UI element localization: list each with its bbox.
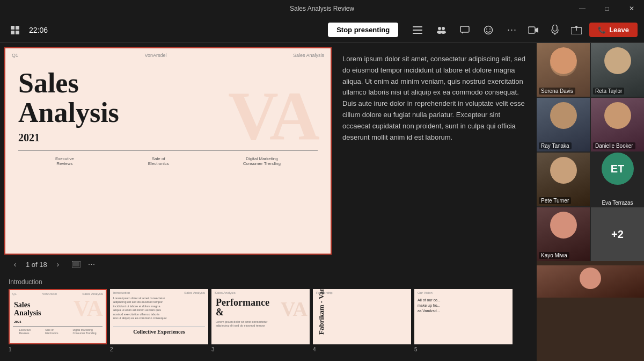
- thumb5-header: Our Vision: [414, 289, 513, 295]
- eva-initials: ET: [611, 163, 625, 175]
- svg-rect-4: [413, 26, 422, 27]
- participant-tile-kayo: Kayo Miwa: [537, 207, 590, 261]
- thumb1-watermark: VA: [74, 295, 103, 321]
- participant-name-kayo: Kayo Miwa: [539, 252, 569, 259]
- eva-avatar: ET: [602, 153, 634, 185]
- thumbnail-4[interactable]: Partnership Fabrikam - VanArsdel 4: [313, 289, 411, 352]
- thumb3-watermark: VA: [281, 297, 308, 321]
- thumb-box-1[interactable]: Q1VonArsdelSales Analysis SalesAnalysis …: [9, 289, 107, 344]
- thumbnail-5[interactable]: Our Vision All of our co...make up ho...…: [414, 289, 513, 352]
- participant-name-serena: Serena Davis: [539, 88, 575, 95]
- notes-text: Lorem ipsum dolor sit amet, consectetur …: [342, 54, 526, 143]
- more-participants-count: +2: [611, 228, 624, 241]
- section-label: Introduction: [9, 278, 528, 286]
- stop-presenting-button[interactable]: Stop presenting: [328, 23, 398, 37]
- participant-tile-ray: Ray Tanaka: [537, 98, 590, 151]
- slide-logo: VonArsdel: [144, 53, 166, 58]
- main-content: Q1 VonArsdel Sales Analysis Sales Analys…: [0, 43, 644, 361]
- svg-point-14: [489, 28, 491, 30]
- slide-footer-item-2: Sale of Electronics: [148, 156, 169, 166]
- next-page-button[interactable]: ›: [52, 258, 64, 271]
- thumb-box-2[interactable]: IntroductionSales Analysis Lorem ipsum d…: [110, 289, 208, 344]
- people-icon[interactable]: [433, 21, 450, 39]
- participants-list-icon[interactable]: [409, 21, 426, 39]
- more-options-icon[interactable]: ···: [503, 21, 521, 39]
- svg-point-13: [486, 28, 487, 30]
- svg-rect-16: [553, 25, 557, 31]
- thumbnail-3[interactable]: Sales Analysis Performance& Lorem ipsum …: [211, 289, 310, 352]
- thumb-box-4[interactable]: Partnership Fabrikam - VanArsdel: [313, 289, 411, 344]
- reactions-icon[interactable]: [480, 21, 497, 39]
- participant-name-pete: Pete Turner: [539, 197, 571, 204]
- participants-panel: Serena Davis Reta Taylor Ray Tanaka: [537, 43, 644, 361]
- microphone-icon[interactable]: [546, 21, 564, 39]
- slide-title-line2: Analysis: [18, 98, 318, 128]
- toolbar-icons: ···: [409, 21, 521, 39]
- leave-label: Leave: [609, 26, 629, 34]
- thumbnail-2[interactable]: IntroductionSales Analysis Lorem ipsum d…: [110, 289, 208, 352]
- participant-tile-serena: Serena Davis: [537, 43, 590, 97]
- thumbnails-row: Q1VonArsdelSales Analysis SalesAnalysis …: [9, 289, 528, 352]
- thumbnails-section: Introduction Q1VonArsdelSales Analysis S…: [4, 274, 532, 357]
- slide-footer-item-3: Digital Marketing Consumer Trending: [243, 156, 281, 166]
- thumb-num-4: 4: [313, 346, 411, 352]
- window-controls: — □ ✕: [570, 0, 644, 17]
- slide-year: 2021: [18, 132, 318, 144]
- svg-rect-1: [16, 26, 19, 30]
- thumb-num-1: 1: [9, 346, 107, 352]
- slide-view-icon[interactable]: [69, 258, 84, 271]
- thumb-num-2: 2: [110, 346, 208, 352]
- participant-tile-reta: Reta Taylor: [591, 43, 644, 97]
- svg-point-12: [485, 26, 493, 34]
- pagination-bar: ‹ 1 of 18 › ···: [4, 255, 532, 274]
- app-grid-icon[interactable]: [6, 21, 24, 39]
- more-slides-button[interactable]: ···: [88, 259, 95, 269]
- svg-rect-21: [73, 262, 79, 266]
- participant-tile-danielle: Danielle Booker: [591, 98, 644, 151]
- leave-button[interactable]: 📞 Leave: [589, 23, 638, 37]
- maximize-button[interactable]: □: [595, 0, 619, 17]
- title-bar: Sales Analysis Review — □ ✕: [0, 0, 644, 17]
- phone-icon: 📞: [598, 26, 606, 34]
- page-info: 1 of 18: [26, 261, 47, 269]
- prev-page-button[interactable]: ‹: [9, 258, 21, 271]
- svg-rect-2: [11, 31, 14, 34]
- slide-footer: Executive Reviews Sale of Electronics Di…: [5, 153, 331, 169]
- participant-tile-pete: Pete Turner: [537, 153, 590, 206]
- participant-grid: Serena Davis Reta Taylor Ray Tanaka: [537, 43, 644, 261]
- slide-footer-item-1: Executive Reviews: [55, 156, 74, 166]
- slide-q-label: Q1: [12, 53, 18, 58]
- last-participant-area: [537, 261, 644, 361]
- slide-label-right: Sales Analysis: [293, 53, 324, 58]
- svg-rect-0: [11, 26, 14, 30]
- thumb-box-5[interactable]: Our Vision All of our co...make up ho...…: [414, 289, 513, 344]
- participant-name-eva: Eva Terrazas: [599, 199, 635, 206]
- thumbnail-1[interactable]: Q1VonArsdelSales Analysis SalesAnalysis …: [9, 289, 107, 352]
- thumb-box-3[interactable]: Sales Analysis Performance& Lorem ipsum …: [211, 289, 310, 344]
- slide-header: Q1 VonArsdel Sales Analysis: [5, 48, 331, 62]
- thumb-num-5: 5: [414, 346, 513, 352]
- svg-point-7: [438, 27, 441, 30]
- close-button[interactable]: ✕: [619, 0, 644, 17]
- media-controls: [525, 21, 585, 39]
- svg-rect-15: [528, 27, 535, 33]
- thumb2-header: IntroductionSales Analysis: [110, 289, 208, 295]
- slide-view-area: Q1 VonArsdel Sales Analysis Sales Analys…: [4, 47, 532, 255]
- svg-rect-3: [16, 31, 19, 34]
- chat-icon[interactable]: [456, 21, 473, 39]
- main-slide: Q1 VonArsdel Sales Analysis Sales Analys…: [5, 48, 331, 254]
- more-participants-tile[interactable]: +2: [591, 207, 644, 261]
- participant-name-danielle: Danielle Booker: [593, 142, 635, 149]
- thumb3-header: Sales Analysis: [211, 289, 310, 295]
- slide-title-area: Sales Analysis 2021: [5, 62, 331, 150]
- svg-rect-5: [413, 30, 422, 31]
- svg-point-8: [442, 27, 445, 30]
- slide-main-title: Sales Analysis: [18, 69, 318, 127]
- share-screen-icon[interactable]: [568, 21, 585, 39]
- window-title: Sales Analysis Review: [290, 5, 354, 12]
- slide-title-line1: Sales: [18, 69, 318, 98]
- thumb4-header: Partnership: [313, 289, 411, 295]
- last-participant-tile: [537, 265, 644, 298]
- minimize-button[interactable]: —: [570, 0, 595, 17]
- camera-icon[interactable]: [525, 21, 542, 39]
